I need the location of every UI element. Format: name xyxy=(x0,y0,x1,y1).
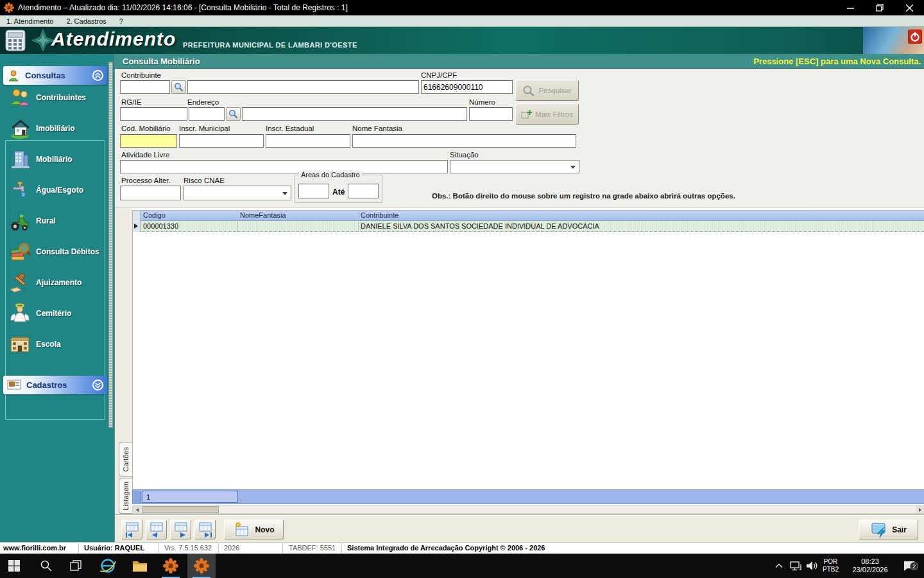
new-record-icon xyxy=(234,521,250,538)
situacao-select[interactable] xyxy=(450,160,579,173)
sidebar-item-label: Consulta Débitos xyxy=(36,247,99,256)
area-de-input[interactable] xyxy=(298,184,329,198)
network-tray-button[interactable] xyxy=(790,554,803,578)
first-record-button[interactable] xyxy=(121,520,142,539)
sidebar-scrollbar[interactable] xyxy=(108,62,113,428)
tray-chevron-button[interactable] xyxy=(775,554,783,578)
atividade-livre-input[interactable] xyxy=(120,160,448,173)
sair-button[interactable]: Sair xyxy=(859,520,918,539)
sidebar-item-escola[interactable]: Escola xyxy=(9,331,105,357)
arrow-left-icon xyxy=(136,508,139,512)
menu-atendimento[interactable]: 1. Atendimento xyxy=(0,15,60,27)
menu-cadastros[interactable]: 2. Cadastros xyxy=(60,15,112,27)
language-primary: POR xyxy=(823,558,839,566)
sidebar-section-consultas[interactable]: Consultas xyxy=(3,66,107,85)
scrollbar-thumb[interactable] xyxy=(142,506,219,513)
restore-button[interactable] xyxy=(865,0,894,15)
calculator-icon xyxy=(4,29,27,52)
internet-explorer-button[interactable] xyxy=(94,554,122,578)
menu-help[interactable]: ? xyxy=(113,15,130,27)
arrow-right-icon xyxy=(919,508,921,512)
close-button[interactable] xyxy=(894,0,924,15)
nome-fantasia-input[interactable] xyxy=(352,134,576,148)
endereco-input[interactable] xyxy=(242,107,467,121)
status-year: 2026 xyxy=(224,544,239,552)
risco-cnae-select[interactable] xyxy=(184,186,291,200)
sidebar-item-mobiliario[interactable]: Mobiliário xyxy=(9,146,105,172)
endereco-code-input[interactable] xyxy=(189,107,225,121)
endereco-search-button[interactable] xyxy=(226,107,241,121)
scroll-right-button[interactable] xyxy=(916,506,924,513)
clock[interactable]: 08:2323/02/2026 xyxy=(848,554,892,578)
sidebar-item-contribuintes[interactable]: Contribuintes xyxy=(9,85,105,110)
minimize-icon xyxy=(847,4,854,12)
exit-icon xyxy=(870,521,887,538)
minimize-button[interactable] xyxy=(835,0,865,15)
task-view-button[interactable] xyxy=(62,554,90,578)
angel-icon xyxy=(9,302,31,324)
numero-input[interactable] xyxy=(469,107,513,121)
volume-tray-button[interactable] xyxy=(806,554,819,578)
app-window-2-button[interactable] xyxy=(187,554,216,578)
prior-record-button[interactable] xyxy=(146,520,167,539)
status-tabdef: TABDEF: 5551 xyxy=(289,544,336,552)
cnpj-input[interactable] xyxy=(421,80,513,94)
status-site[interactable]: www.fiorilli.com.br xyxy=(3,544,66,552)
person-icon xyxy=(7,69,20,82)
language-indicator[interactable]: PORPTB2 xyxy=(823,554,839,578)
next-record-button[interactable] xyxy=(170,520,191,539)
scroll-left-button[interactable] xyxy=(133,506,141,513)
column-header-codigo[interactable]: Codigo xyxy=(143,211,166,219)
sair-label: Sair xyxy=(892,525,907,534)
file-explorer-button[interactable] xyxy=(126,554,154,578)
tab-listagem[interactable]: Listagem xyxy=(119,478,132,514)
chevron-down-icon[interactable] xyxy=(92,380,103,390)
sidebar-item-ajuizamento[interactable]: Ajuizamento xyxy=(9,270,105,295)
tab-cartoes[interactable]: Cartões xyxy=(119,442,132,477)
area-ate-input[interactable] xyxy=(348,184,379,198)
inscr-municipal-input[interactable] xyxy=(179,134,264,148)
sidebar-item-cemiterio[interactable]: Cemitério xyxy=(9,301,105,326)
cod-mobiliario-input[interactable] xyxy=(120,134,177,148)
inscr-estadual-input[interactable] xyxy=(266,134,350,148)
panel-titlebar: Consulta Mobiliário Pressione [ESC] para… xyxy=(115,54,924,69)
sidebar-item-agua-esgoto[interactable]: Água/Esgoto xyxy=(9,177,105,203)
sidebar-item-consulta-debitos[interactable]: Consulta Débitos xyxy=(9,239,105,265)
column-header-contribuinte[interactable]: Contribuinte xyxy=(361,211,398,219)
horizontal-scrollbar[interactable] xyxy=(132,505,924,514)
gavel-icon xyxy=(9,272,31,293)
column-header-nomefantasia[interactable]: NomeFantasia xyxy=(240,211,286,219)
app-window-1-button[interactable] xyxy=(157,554,185,578)
ate-label: Até xyxy=(332,188,345,197)
mais-filtros-button[interactable]: Mais Filtros xyxy=(515,103,579,125)
contribuinte-name-input[interactable] xyxy=(187,80,419,94)
sidebar-section-cadastros[interactable]: Cadastros xyxy=(3,376,107,394)
status-user: Usuário: RAQUEL xyxy=(84,544,144,552)
rgie-input[interactable] xyxy=(120,107,187,121)
contribuinte-code-input[interactable] xyxy=(120,80,170,94)
status-version: Vrs. 7.5.15.632 xyxy=(164,544,212,552)
building-icon xyxy=(9,148,31,170)
pesquisar-button[interactable]: Pesquisar xyxy=(515,80,579,101)
sidebar-item-label: Cemitério xyxy=(36,309,71,318)
power-icon[interactable] xyxy=(908,30,922,44)
money-search-icon xyxy=(9,241,31,263)
start-button[interactable] xyxy=(0,554,28,578)
processo-alter-input[interactable] xyxy=(120,186,181,200)
sidebar-item-label: Rural xyxy=(36,216,56,225)
table-row[interactable]: 000001330 DANIELE SILVA DOS SANTOS SOCIE… xyxy=(141,221,924,232)
row-marker-column xyxy=(133,211,141,232)
sidebar-item-imobiliario[interactable]: Imobiliário xyxy=(9,116,105,141)
pesquisar-label: Pesquisar xyxy=(538,87,571,94)
notification-center-button[interactable]: 2 xyxy=(898,554,920,578)
page-cell[interactable]: 1 xyxy=(142,491,238,503)
sidebar-item-rural[interactable]: Rural xyxy=(9,208,105,234)
novo-button[interactable]: Novo xyxy=(224,520,284,539)
taskbar-search-button[interactable] xyxy=(32,554,60,578)
last-record-button[interactable] xyxy=(194,520,216,539)
chevron-up-icon[interactable] xyxy=(92,70,103,81)
areas-cadastro-label: Áreas do Cadastro xyxy=(299,171,362,179)
column-divider xyxy=(358,211,359,232)
screen: Atendimento – Atualizado dia: 11/02/2026… xyxy=(0,0,924,578)
contribuinte-search-button[interactable] xyxy=(171,80,186,94)
